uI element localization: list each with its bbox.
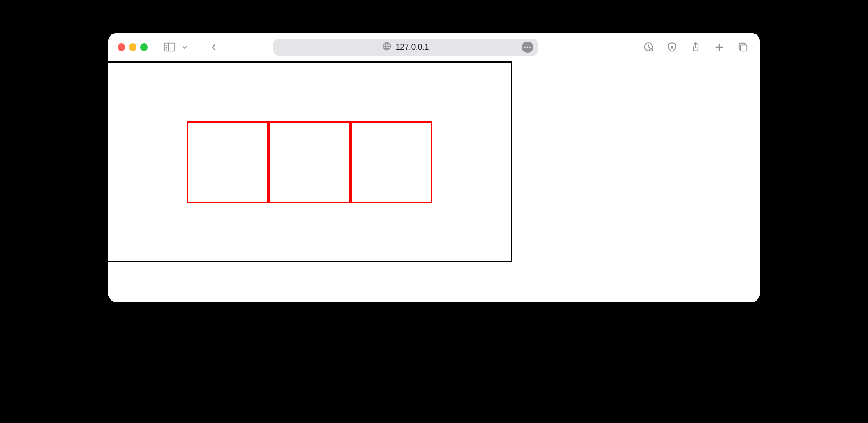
share-button[interactable] <box>688 40 703 55</box>
url-text: 127.0.0.1 <box>396 42 429 52</box>
tabs-icon <box>738 42 748 52</box>
page-content <box>108 61 760 302</box>
maximize-window-button[interactable] <box>140 43 148 51</box>
window-controls <box>118 43 148 51</box>
back-button[interactable] <box>206 40 221 55</box>
red-box-2 <box>269 121 350 203</box>
ellipsis-icon: ••• <box>524 44 532 51</box>
shield-button[interactable] <box>664 40 680 55</box>
browser-window: 127.0.0.1 ••• <box>108 33 760 302</box>
tabs-overview-button[interactable] <box>735 40 750 55</box>
toolbar-right <box>641 40 750 55</box>
share-icon <box>690 42 701 52</box>
browser-toolbar: 127.0.0.1 ••• <box>108 33 760 61</box>
svg-rect-11 <box>650 50 652 51</box>
red-boxes-row <box>187 121 432 203</box>
red-box-1 <box>187 121 269 203</box>
sidebar-toggle-button[interactable] <box>162 40 177 55</box>
page-settings-button[interactable]: ••• <box>522 42 533 53</box>
close-window-button[interactable] <box>118 43 125 51</box>
privacy-report-button[interactable] <box>641 40 656 55</box>
tab-group-dropdown-button[interactable] <box>177 40 192 55</box>
plus-icon <box>714 42 724 52</box>
new-tab-button[interactable] <box>712 40 727 55</box>
outer-black-container <box>108 61 512 262</box>
globe-icon <box>383 42 391 52</box>
address-bar[interactable]: 127.0.0.1 ••• <box>273 39 538 56</box>
shield-icon <box>667 42 677 52</box>
svg-rect-17 <box>740 45 747 51</box>
red-box-3 <box>350 121 432 203</box>
minimize-window-button[interactable] <box>129 43 136 51</box>
sidebar-icon <box>163 42 176 52</box>
chevron-left-icon <box>209 42 219 52</box>
privacy-shield-icon <box>643 42 654 52</box>
chevron-down-icon <box>181 43 188 51</box>
